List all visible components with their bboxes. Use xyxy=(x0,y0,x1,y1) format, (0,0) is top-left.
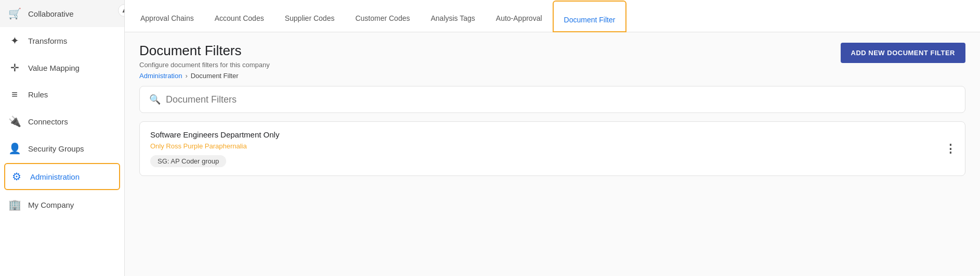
tab-account-codes[interactable]: Account Codes xyxy=(204,0,275,32)
sidebar-icon-my-company: 🏢 xyxy=(8,198,21,211)
tab-document-filter[interactable]: Document Filter xyxy=(553,1,627,32)
page-subtitle: Configure document filters for this comp… xyxy=(139,61,270,69)
sidebar-icon-connectors: 🔌 xyxy=(8,115,21,128)
sidebar-icon-value-mapping: ✛ xyxy=(8,61,21,74)
filter-card-menu-0[interactable]: ⋮ xyxy=(945,142,957,156)
tab-supplier-codes[interactable]: Supplier Codes xyxy=(275,0,345,32)
sidebar-item-connectors[interactable]: 🔌 Connectors xyxy=(0,108,124,135)
search-container: 🔍 xyxy=(139,86,965,113)
sidebar-icon-collaborative: 🛒 xyxy=(8,7,21,20)
tab-auto-approval[interactable]: Auto-Approval xyxy=(486,0,553,32)
scroll-area: Document Filters Configure document filt… xyxy=(125,32,980,276)
tab-analysis-tags[interactable]: Analysis Tags xyxy=(420,0,485,32)
breadcrumb-current: Document Filter xyxy=(191,72,239,80)
breadcrumb-separator: › xyxy=(185,72,187,80)
sidebar-item-my-company[interactable]: 🏢 My Company xyxy=(0,191,124,218)
sidebar-label-my-company: My Company xyxy=(28,200,74,209)
sidebar-item-transforms[interactable]: ✦ Transforms xyxy=(0,27,124,54)
breadcrumb: Administration › Document Filter xyxy=(139,72,270,80)
breadcrumb-link[interactable]: Administration xyxy=(139,72,182,80)
sidebar-icon-rules: ≡ xyxy=(8,89,21,101)
sidebar-icon-transforms: ✦ xyxy=(8,34,21,47)
sidebar-icon-security-groups: 👤 xyxy=(8,142,21,155)
sidebar-label-security-groups: Security Groups xyxy=(28,144,84,153)
page-title: Document Filters xyxy=(139,43,270,59)
filter-card-title-0: Software Engineers Department Only xyxy=(150,130,955,139)
sidebar-label-transforms: Transforms xyxy=(28,36,67,45)
main-content: Approval ChainsAccount CodesSupplier Cod… xyxy=(125,0,980,276)
search-input[interactable] xyxy=(166,94,956,105)
sidebar-item-value-mapping[interactable]: ✛ Value Mapping xyxy=(0,54,124,81)
search-icon: 🔍 xyxy=(149,94,161,105)
sidebar-label-value-mapping: Value Mapping xyxy=(28,64,80,72)
sidebar-item-collaborative[interactable]: 🛒 Collaborative xyxy=(0,0,124,27)
tab-approval-chains[interactable]: Approval Chains xyxy=(130,0,204,32)
tab-bar: Approval ChainsAccount CodesSupplier Cod… xyxy=(125,0,980,32)
sidebar-label-administration: Administration xyxy=(30,172,80,181)
filter-card-0: Software Engineers Department Only Only … xyxy=(139,121,965,176)
filter-card-chip-0: SG: AP Coder group xyxy=(150,155,226,167)
sidebar: ▲ 🛒 Collaborative ✦ Transforms ✛ Value M… xyxy=(0,0,125,276)
sidebar-item-security-groups[interactable]: 👤 Security Groups xyxy=(0,135,124,162)
sidebar-label-collaborative: Collaborative xyxy=(28,9,74,18)
sidebar-label-connectors: Connectors xyxy=(28,117,68,126)
sidebar-item-rules[interactable]: ≡ Rules xyxy=(0,81,124,108)
add-document-filter-button[interactable]: ADD NEW DOCUMENT FILTER xyxy=(841,43,965,63)
sidebar-icon-administration: ⚙ xyxy=(10,170,23,183)
page-header-left: Document Filters Configure document filt… xyxy=(139,43,270,80)
sidebar-label-rules: Rules xyxy=(28,90,48,99)
tab-customer-codes[interactable]: Customer Codes xyxy=(345,0,420,32)
page-header: Document Filters Configure document filt… xyxy=(125,32,980,86)
filter-card-subtitle-0: Only Ross Purple Paraphernalia xyxy=(150,142,955,150)
sidebar-item-administration[interactable]: ⚙ Administration xyxy=(4,163,120,190)
